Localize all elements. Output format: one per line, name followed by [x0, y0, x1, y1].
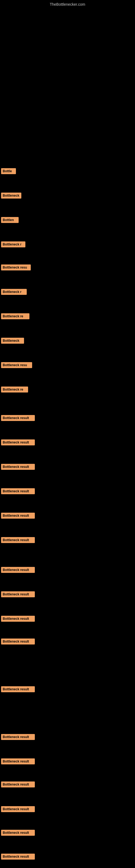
bottleneck-result-item[interactable]: Bottleneck result: [1, 513, 35, 519]
bottleneck-result-item[interactable]: Bottleneck: [1, 193, 21, 198]
bottleneck-result-item[interactable]: Bottleneck result: [1, 464, 35, 470]
bottleneck-result-item[interactable]: Bottlen: [1, 217, 18, 223]
bottleneck-result-item[interactable]: Bottleneck result: [1, 781, 35, 787]
bottleneck-result-item[interactable]: Bottleneck result: [1, 488, 35, 494]
bottleneck-result-item[interactable]: Bottleneck result: [1, 734, 35, 740]
bottleneck-result-item[interactable]: Bottleneck result: [1, 567, 35, 573]
bottleneck-result-item[interactable]: Bottleneck resu: [1, 265, 31, 271]
bottleneck-result-item[interactable]: Bottleneck result: [1, 830, 35, 836]
bottleneck-result-item[interactable]: Bottleneck result: [1, 639, 35, 645]
bottleneck-result-item[interactable]: Bottleneck: [1, 338, 24, 344]
bottleneck-result-item[interactable]: Bottleneck re: [1, 386, 28, 393]
site-title: TheBottlenecker.com: [50, 2, 85, 6]
bottleneck-result-item[interactable]: Bottleneck r: [1, 289, 27, 295]
bottleneck-result-item[interactable]: Bottleneck result: [1, 415, 35, 421]
bottleneck-result-item[interactable]: Bottleneck result: [1, 439, 35, 445]
bottleneck-result-item[interactable]: Bottleneck result: [1, 616, 35, 622]
bottleneck-result-item[interactable]: Bottleneck re: [1, 313, 30, 319]
bottleneck-result-item[interactable]: Bottleneck result: [1, 686, 35, 692]
bottleneck-result-item[interactable]: Bottleneck result: [1, 854, 35, 860]
bottleneck-result-item[interactable]: Bottleneck result: [1, 758, 35, 764]
bottleneck-result-item[interactable]: Bottleneck result: [1, 806, 35, 812]
bottleneck-result-item[interactable]: Bottleneck resu: [1, 362, 32, 368]
bottleneck-result-item[interactable]: Bottleneck r: [1, 241, 26, 247]
bottleneck-result-item[interactable]: Bottleneck result: [1, 537, 35, 543]
bottleneck-result-item[interactable]: Bottle: [1, 168, 16, 174]
bottleneck-result-item[interactable]: Bottleneck result: [1, 591, 35, 597]
